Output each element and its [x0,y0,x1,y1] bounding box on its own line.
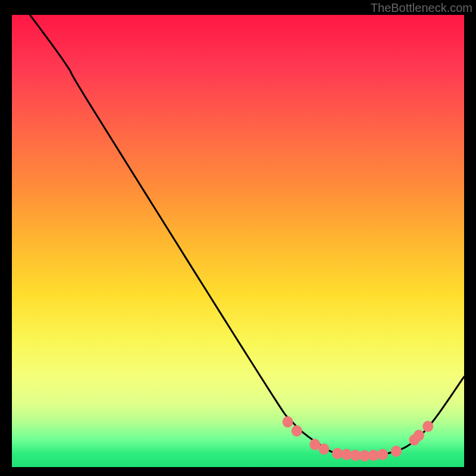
data-marker [414,430,424,441]
data-marker [368,450,379,461]
data-marker [391,446,402,457]
data-marker [292,425,302,437]
data-marker [422,421,433,432]
chart-svg [12,15,464,467]
attribution-label: TheBottleneck.com [371,1,472,15]
data-marker [341,449,352,460]
data-marker [332,448,343,459]
data-marker [377,449,388,460]
chart-background [12,15,464,467]
data-marker [283,416,293,428]
chart-plot-area [12,15,464,467]
data-marker [318,443,329,455]
